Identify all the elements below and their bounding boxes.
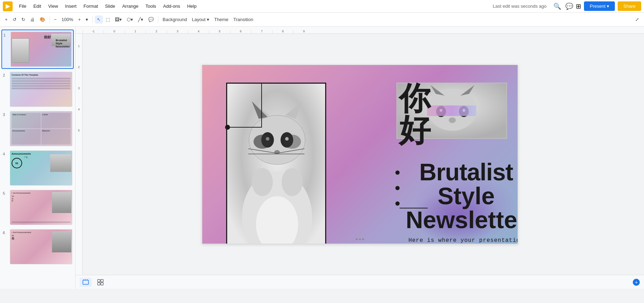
share-button[interactable]: Share [618,1,641,11]
svg-rect-35 [98,283,100,285]
line-button[interactable]: ╱▾ [136,15,145,24]
expand-button[interactable]: ⤢ [633,15,641,24]
slide-preview-1: BrutalistStyleNewsletter 你好 [11,32,72,67]
background-button[interactable]: Background [160,15,189,24]
zoom-display: 100% [59,15,75,24]
separator-3 [158,16,158,23]
slide-preview-5: • 1st Announcement 1st 你 好 [10,190,72,225]
thumb-text-6: 2st 生 [12,234,14,240]
paint-format-button[interactable]: 🎨 [38,15,47,24]
slide-number-6: 6 [3,229,8,235]
ruler-tick: 4 [188,31,209,33]
menu-bar: ▶ File Edit View Insert Format Slide Arr… [0,0,644,13]
chinese-line1: 你 [399,83,431,114]
bullet-dot-3 [395,201,400,206]
thumb-lines-2 [12,78,71,105]
separator-2 [92,16,93,23]
thumb-chinese-1: 你好 [44,35,51,40]
bullet-dot-2 [395,186,400,190]
slide-canvas[interactable]: 你 好 [202,65,518,244]
menu-arrange[interactable]: Arrange [119,2,141,10]
slide-thumb-6[interactable]: 6 • 2nd Announcement 2st 生 [1,228,74,266]
slide-thumb-3[interactable]: 3 Table of Contents In Brief Announcemen… [1,110,74,148]
zoom-plus-button[interactable]: + [633,279,640,286]
svg-point-14 [252,168,273,196]
main-layout: 1 BrutalistStyleNewsletter 你好 2 Contents… [0,27,644,289]
menu-slide[interactable]: Slide [102,2,118,10]
filmstrip-view-button[interactable] [80,278,92,287]
menu-insert[interactable]: Insert [62,2,79,10]
add-button[interactable]: + [3,15,10,24]
thumb-cat-6 [52,231,71,252]
filmstrip-icon [83,279,89,285]
thumb-label-5: • 1st Announcement [12,192,30,194]
menu-edit[interactable]: Edit [31,2,44,10]
slide-preview-4: Announcements 01 广告 [10,150,72,186]
shape-button[interactable]: ⬡▾ [125,15,135,24]
svg-point-17 [283,135,301,149]
canvas-area: -1 0 1 2 3 4 5 6 7 8 9 1 2 3 4 5 [75,27,644,289]
slide-thumb-2[interactable]: 2 Contents Of This Template [1,70,74,108]
chinese-text[interactable]: 你 好 [399,83,431,146]
ruler-ticks: -1 0 1 2 3 4 5 6 7 8 9 [75,27,314,33]
svg-point-15 [282,168,303,196]
layout-button[interactable]: Layout ▾ [190,15,211,24]
slide-number-5: 5 [3,190,8,195]
menu-view[interactable]: View [45,2,61,10]
svg-rect-29 [83,280,88,284]
redo-button[interactable]: ↻ [19,15,27,24]
comment-icon[interactable]: 💬 [565,2,573,10]
cat-main-image[interactable] [226,83,326,244]
main-title[interactable]: Brutalist Style Newsletter Here is where… [406,160,518,244]
svg-rect-30 [84,279,84,280]
print-button[interactable]: 🖨 [28,15,37,24]
slide-thumb-1[interactable]: 1 BrutalistStyleNewsletter 你好 [1,30,74,69]
ruler-tick: 5 [209,31,230,33]
ruler-tick: 6 [230,31,251,33]
ruler-tick: 8 [272,31,293,33]
ruler-tick: -1 [83,31,104,33]
present-button[interactable]: Present ▾ [584,1,615,11]
slide-preview-3: Table of Contents In Brief Announcements… [10,111,72,146]
app-logo: ▶ [3,1,13,11]
undo-button[interactable]: ↺ [11,15,19,24]
search-icon[interactable]: 🔍 [553,2,561,10]
grid-view-button[interactable] [94,278,106,287]
select-tool-button[interactable]: ⬚ [104,15,112,24]
menu-help[interactable]: Help [184,2,199,10]
last-edit-label: Last edit was seconds ago [493,4,546,9]
slide-thumb-5[interactable]: 5 • 1st Announcement 1st 你 好 [1,188,74,226]
menu-tools[interactable]: Tools [143,2,159,10]
image-button[interactable]: 🖼▾ [113,15,124,24]
zoom-dropdown[interactable]: ▾ [84,15,90,24]
menu-file[interactable]: File [16,2,29,10]
svg-rect-34 [101,279,103,282]
thumb-cat-5 [52,192,71,213]
title-line3: Newsletter [406,208,518,232]
theme-button[interactable]: Theme [212,15,230,24]
slide-number-2: 2 [3,72,8,77]
thumb-grid-3: Table of Contents In Brief Announcements… [10,111,72,146]
grid-view-icon [97,279,104,285]
svg-point-8 [274,150,280,154]
menu-format[interactable]: Format [81,2,101,10]
transition-button[interactable]: Transition [231,15,256,24]
ruler-tick: 7 [251,31,272,33]
cursor-tool-button[interactable]: ↖ [95,15,103,24]
title-line2: Style [406,184,518,208]
slide-thumb-4[interactable]: 4 Announcements 01 广告 [1,149,74,187]
thumb-bar-5 [12,221,71,223]
svg-rect-32 [87,279,88,280]
selection-handle-circle [225,125,230,130]
cat-overlay-rect [427,105,476,116]
comment-button[interactable]: 💬 [146,15,156,24]
menu-addons[interactable]: Add-ons [160,2,183,10]
zoom-in-button[interactable]: + [76,15,83,24]
thumb-circle-4: 01 [12,158,22,168]
zoom-out-button[interactable]: − [52,15,59,24]
svg-rect-33 [98,279,100,282]
thumb-label-2: Contents Of This Template [12,74,71,76]
chinese-line2: 好 [399,114,431,146]
grid-icon[interactable]: ⊞ [576,2,581,10]
thumb-label-6: • 2nd Announcement [12,231,31,233]
